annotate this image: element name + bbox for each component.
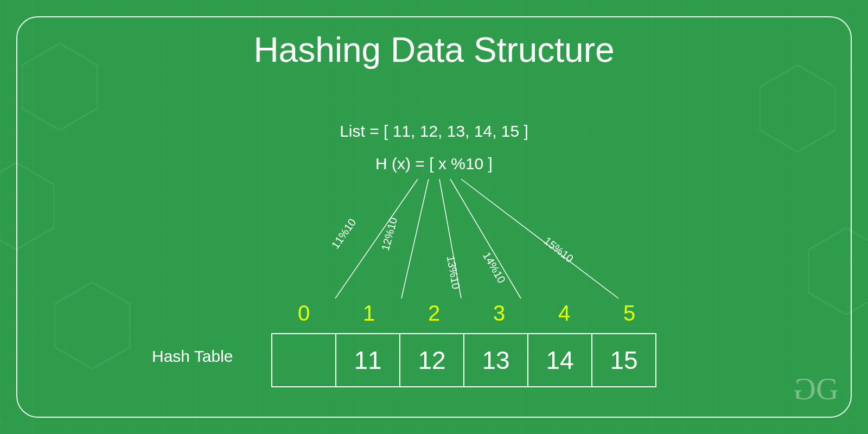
hash-cell-0 — [271, 333, 336, 387]
index-4: 4 — [532, 301, 597, 326]
index-2: 2 — [401, 301, 467, 326]
hash-table: 11 12 13 14 15 — [271, 333, 656, 387]
list-definition: List = [ 11, 12, 13, 14, 15 ] — [0, 122, 868, 141]
index-0: 0 — [271, 301, 336, 326]
index-5: 5 — [597, 301, 662, 326]
hash-function: H (x) = [ x %10 ] — [0, 155, 868, 173]
hash-cell-5: 15 — [591, 333, 656, 387]
hash-cell-2: 12 — [399, 333, 464, 387]
index-1: 1 — [336, 301, 401, 326]
index-3: 3 — [467, 301, 532, 326]
hash-cell-4: 14 — [527, 333, 592, 387]
hash-table-indices: 0 1 2 3 4 5 — [271, 301, 662, 326]
hash-cell-3: 13 — [463, 333, 528, 387]
diagram-title: Hashing Data Structure — [0, 30, 868, 70]
hash-table-label: Hash Table — [152, 347, 233, 366]
hash-cell-1: 11 — [335, 333, 400, 387]
